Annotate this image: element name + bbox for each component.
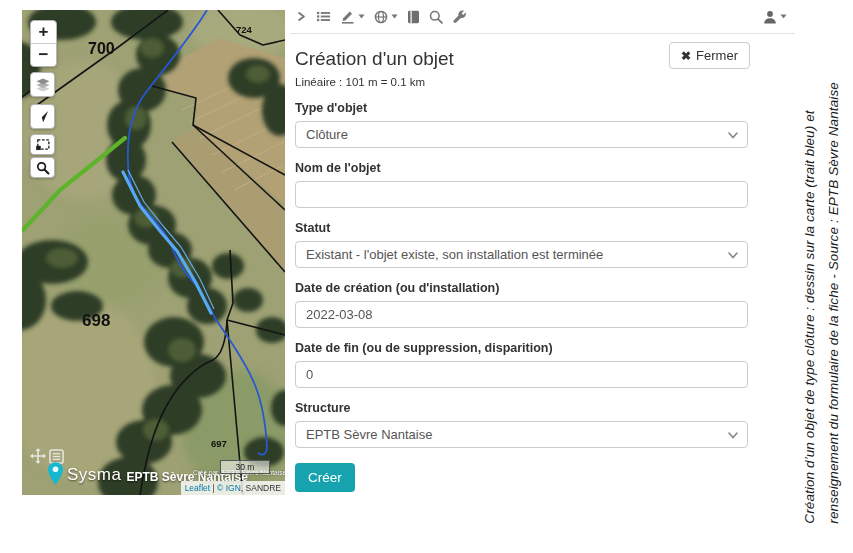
move-cross-icon <box>30 448 46 464</box>
chevron-down-icon <box>728 132 738 139</box>
zoom-control: + − <box>30 20 57 67</box>
chevron-down-icon <box>391 14 398 19</box>
chevron-down-icon <box>728 432 738 439</box>
globe-icon <box>374 10 388 24</box>
book-icon <box>407 10 420 24</box>
form-panel: Création d'un objet ✖ Fermer Linéaire : … <box>290 0 795 492</box>
type-objet-select[interactable]: Clôture <box>295 121 748 148</box>
date-fin-label: Date de fin (ou de suppression, disparit… <box>295 341 750 355</box>
type-objet-label: Type d'objet <box>295 101 750 115</box>
search-icon <box>429 10 443 24</box>
locate-button[interactable] <box>30 104 55 129</box>
search-button[interactable] <box>429 10 443 24</box>
figure-caption: Création d’un objet de type clôture : de… <box>798 24 845 524</box>
date-creation-label: Date de création (ou d'installation) <box>295 281 750 295</box>
nom-objet-input[interactable] <box>295 181 748 208</box>
layers-button[interactable] <box>30 72 55 97</box>
user-icon <box>763 10 777 24</box>
form-content: Création d'un objet ✖ Fermer Linéaire : … <box>290 34 755 492</box>
parcel-label-698: 698 <box>82 311 110 330</box>
map-search-button[interactable] <box>30 157 55 178</box>
type-objet-value: Clôture <box>306 127 348 142</box>
map-attribution: Leaflet | © IGN, SANDRE <box>181 481 285 495</box>
zoom-in-button[interactable]: + <box>31 21 56 44</box>
close-button[interactable]: ✖ Fermer <box>669 42 750 69</box>
panel-toolbar <box>290 0 795 34</box>
ign-link[interactable]: © IGN <box>217 483 241 493</box>
parcel-label-697: 697 <box>211 438 227 449</box>
list-icon <box>316 10 331 23</box>
structure-value: EPTB Sèvre Nantaise <box>306 427 432 442</box>
expand-panel-button[interactable] <box>296 10 307 23</box>
close-button-label: Fermer <box>696 48 738 63</box>
extent-tool-button[interactable] <box>30 134 55 155</box>
map-scalebar: 30 m <box>220 460 270 474</box>
sysma-pin-icon <box>48 462 63 485</box>
draw-tools-menu-button[interactable] <box>340 9 365 24</box>
chevron-right-icon <box>296 10 307 23</box>
structure-label: Structure <box>295 401 750 415</box>
field-statut: Statut Existant - l'objet existe, son in… <box>295 221 750 268</box>
measure-readout: Linéaire : 101 m = 0.1 km <box>295 76 750 88</box>
field-type-objet: Type d'objet Clôture <box>295 101 750 148</box>
statut-value: Existant - l'objet existe, son installat… <box>306 247 603 262</box>
create-button[interactable]: Créer <box>295 463 355 492</box>
page-title: Création d'un objet <box>295 48 454 70</box>
statut-label: Statut <box>295 221 750 235</box>
close-icon: ✖ <box>681 49 691 63</box>
aerial-map-canvas[interactable]: 700 724 698 697 <box>22 10 285 495</box>
date-fin-input[interactable] <box>295 361 748 388</box>
sandre-text: , SANDRE <box>241 483 281 493</box>
nom-objet-label: Nom de l'objet <box>295 161 750 175</box>
edit-pencil-icon <box>340 9 355 24</box>
caption-line-2: renseignement du formulaire de la fiche … <box>822 24 846 524</box>
chevron-down-icon <box>780 14 787 19</box>
draw-rectangle-icon <box>35 138 51 151</box>
structure-select[interactable]: EPTB Sèvre Nantaise <box>295 421 748 448</box>
map-search-icon <box>36 161 50 175</box>
date-creation-input[interactable] <box>295 301 748 328</box>
pan-tool-button[interactable] <box>30 448 46 468</box>
basemap-menu-button[interactable] <box>374 10 398 24</box>
statut-select[interactable]: Existant - l'objet existe, son installat… <box>295 241 748 268</box>
map-container[interactable]: 700 724 698 697 + − <box>22 10 285 495</box>
layers-list-button[interactable] <box>316 10 331 23</box>
wrench-icon <box>452 9 467 24</box>
parcel-label-724: 724 <box>236 24 253 35</box>
field-date-fin: Date de fin (ou de suppression, disparit… <box>295 341 750 388</box>
field-date-creation: Date de création (ou d'installation) <box>295 281 750 328</box>
zoom-out-button[interactable]: − <box>31 44 56 66</box>
user-menu-button[interactable] <box>763 10 787 24</box>
field-structure: Structure EPTB Sèvre Nantaise <box>295 401 750 448</box>
chevron-down-icon <box>728 252 738 259</box>
chevron-down-icon <box>358 14 365 19</box>
caption-line-1: Création d’un objet de type clôture : de… <box>798 24 822 524</box>
settings-tools-button[interactable] <box>452 9 467 24</box>
catalog-button[interactable] <box>407 10 420 24</box>
parcel-label-700: 700 <box>88 40 115 57</box>
sysma-logo-text: Sysma <box>67 465 121 485</box>
layers-icon <box>34 77 52 93</box>
field-nom-objet: Nom de l'objet <box>295 161 750 208</box>
leaflet-link[interactable]: Leaflet <box>185 483 211 493</box>
locate-arrow-icon <box>35 109 50 124</box>
